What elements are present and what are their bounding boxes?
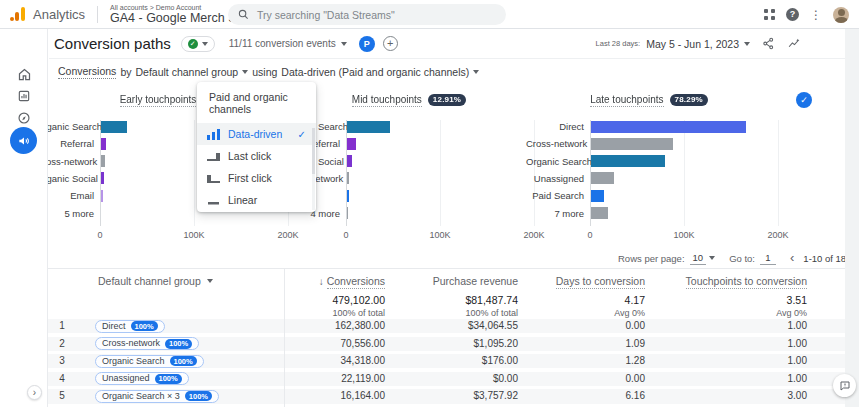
channel-name: Cross-network xyxy=(102,338,160,349)
chart-bar xyxy=(591,121,746,133)
column-header-days-to-conversion[interactable]: Days to conversion xyxy=(530,275,645,287)
date-preset-label: Last 28 days: xyxy=(596,39,641,48)
user-avatar[interactable] xyxy=(833,7,849,23)
check-circle-icon: ✓ xyxy=(188,39,198,49)
share-icon[interactable] xyxy=(762,37,775,50)
chart-bar xyxy=(101,155,105,167)
chart-category-label: Unassigned xyxy=(526,173,584,184)
feedback-button[interactable] xyxy=(833,374,856,397)
menu-title: Paid and organic channels xyxy=(197,82,316,123)
cell-revenue: $3,757.92 xyxy=(395,389,518,403)
dropdown-item-first-click[interactable]: First click xyxy=(197,167,316,189)
table-row: 2Cross-network100%70,556.00$1,095.201.09… xyxy=(0,337,845,351)
chart-category-label: Direct xyxy=(526,121,584,132)
channel-chip: Cross-network100% xyxy=(95,337,199,350)
search-icon xyxy=(238,9,249,20)
chevron-down-icon xyxy=(242,70,248,74)
column-header-purchase-revenue[interactable]: Purchase revenue xyxy=(395,275,518,287)
attribution-model-selector[interactable]: Data-driven (Paid and organic channels) xyxy=(281,66,479,78)
dropdown-item-label: Data-driven xyxy=(228,128,282,140)
chart-bar xyxy=(101,138,106,150)
column-label: Days to conversion xyxy=(556,275,645,289)
analytics-logo-icon xyxy=(10,7,25,21)
total-touchpoints: 3.51 xyxy=(657,294,807,306)
cell-touchpoints: 3.00 xyxy=(657,389,807,403)
total-conversions: 479,102.00 xyxy=(286,294,385,306)
megaphone-icon xyxy=(17,134,31,148)
dropdown-item-position-based[interactable]: Position-based xyxy=(197,211,316,212)
conversion-events-selector[interactable]: 11/11 conversion events xyxy=(229,38,347,49)
using-text: using xyxy=(252,66,277,78)
cell-conversions: 16,164.00 xyxy=(286,389,385,403)
funnel-mid-touchpoints[interactable]: Mid touchpoints 12.91% xyxy=(301,88,473,112)
apps-grid-icon[interactable] xyxy=(764,9,775,20)
row-index: 1 xyxy=(52,319,72,333)
ga4-conversion-paths-page: Analytics All accounts > Demo Account GA… xyxy=(0,0,859,407)
add-comparison-button[interactable]: + xyxy=(383,36,398,51)
linear-icon xyxy=(207,195,220,206)
channel-chip: Direct100% xyxy=(95,320,165,333)
dropdown-item-label: Last click xyxy=(228,150,271,162)
insights-icon[interactable] xyxy=(787,37,801,50)
channel-percent-badge: 100% xyxy=(131,321,158,331)
nav-home-icon[interactable] xyxy=(12,62,36,86)
sort-desc-icon: ↓ xyxy=(319,276,324,287)
by-text: by xyxy=(120,66,131,78)
x-tick-label: 100K xyxy=(429,230,450,240)
conversion-events-label: 11/11 conversion events xyxy=(229,38,336,49)
dimension-header-label: Default channel group xyxy=(98,275,201,287)
chevron-down-icon xyxy=(207,279,213,283)
dropdown-item-linear[interactable]: Linear xyxy=(197,189,316,211)
report-status-selector[interactable]: ✓ xyxy=(181,36,215,52)
column-header-conversions[interactable]: ↓Conversions xyxy=(286,275,385,287)
help-icon[interactable]: ? xyxy=(786,8,799,21)
property-badge[interactable]: P xyxy=(359,36,375,52)
column-label: Conversions xyxy=(327,275,385,289)
column-divider xyxy=(284,269,285,407)
goto-page-input[interactable]: 1 xyxy=(760,252,776,265)
dropdown-item-data-driven[interactable]: Data-driven✓ xyxy=(197,123,316,145)
date-range-label: May 5 - Jun 1, 2023 xyxy=(646,38,739,50)
rows-per-page-label: Rows per page: xyxy=(618,253,685,264)
conversion-paths-table: Default channel group ↓Conversions Purch… xyxy=(0,268,845,407)
chevron-down-icon xyxy=(473,70,479,74)
expand-nav-button[interactable]: › xyxy=(27,385,42,400)
table-row: 3Organic Search100%34,318.00$176.001.281… xyxy=(0,354,845,368)
channel-name: Organic Search xyxy=(102,356,165,367)
date-range-picker[interactable]: May 5 - Jun 1, 2023 xyxy=(646,38,750,50)
channel-percent-badge: 100% xyxy=(155,374,182,384)
funnel-late-touchpoints[interactable]: Late touchpoints 78.29% xyxy=(474,88,790,112)
total-revenue: $81,487.74 xyxy=(395,294,518,306)
search-input[interactable]: Try searching "Data Streams" xyxy=(228,4,506,25)
check-icon: ✓ xyxy=(298,129,306,140)
metric-selector[interactable]: Conversions xyxy=(58,65,116,79)
dimension-column-header[interactable]: Default channel group xyxy=(98,275,213,287)
channel-chip: Organic Search100% xyxy=(95,355,204,368)
nav-advertising-selected[interactable] xyxy=(10,127,37,154)
chart-bar xyxy=(347,121,390,133)
menu-scrollbar-thumb[interactable] xyxy=(312,128,315,174)
prev-page-button[interactable]: ‹ xyxy=(790,252,794,264)
rows-per-page-select[interactable]: 10 xyxy=(690,252,707,265)
search-placeholder: Try searching "Data Streams" xyxy=(257,9,395,21)
chevron-down-icon xyxy=(709,256,715,260)
column-header-touchpoints-to-conversion[interactable]: Touchpoints to conversion xyxy=(657,275,807,287)
nav-reports-icon[interactable] xyxy=(12,84,36,108)
table-row: 1Direct100%162,380.00$34,064.550.001.00 xyxy=(0,319,845,333)
dimension-selector[interactable]: Default channel group xyxy=(135,66,248,78)
cell-touchpoints: 1.00 xyxy=(657,337,807,351)
chart-bar xyxy=(591,155,665,167)
kebab-menu-icon[interactable]: ⋮ xyxy=(810,10,822,20)
funnel-check-toggle[interactable]: ✓ xyxy=(796,92,812,108)
channel-percent-badge: 100% xyxy=(170,356,197,366)
dropdown-item-last-click[interactable]: Last click xyxy=(197,145,316,167)
scroll-gutter[interactable] xyxy=(845,29,859,407)
feedback-icon xyxy=(839,380,851,392)
first-click-icon xyxy=(207,173,220,184)
column-label: Touchpoints to conversion xyxy=(686,275,807,289)
channel-chip: Unassigned100% xyxy=(95,372,189,385)
top-app-bar: Analytics All accounts > Demo Account GA… xyxy=(0,0,859,29)
dropdown-item-label: Linear xyxy=(228,194,257,206)
chart-bar xyxy=(101,121,127,133)
funnel-label: Early touchpoints xyxy=(120,94,197,107)
